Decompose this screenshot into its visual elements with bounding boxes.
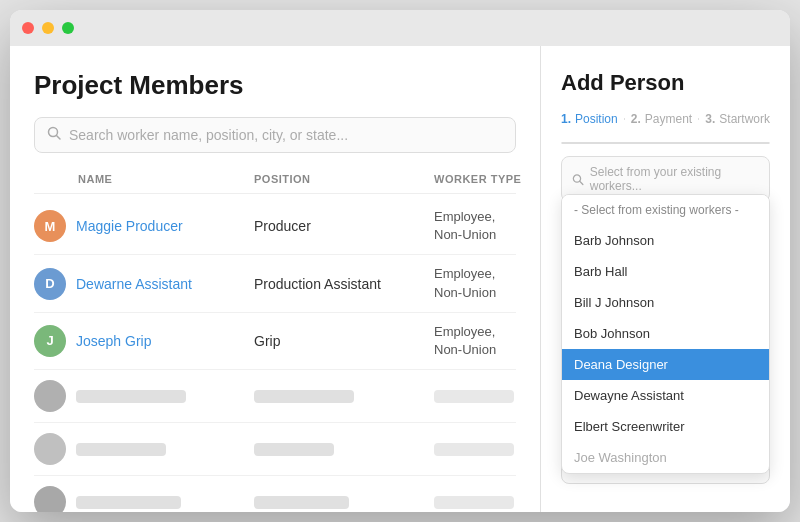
person-name[interactable]: Maggie Producer: [76, 218, 183, 234]
table-body: M Maggie Producer Producer Employee,Non-…: [34, 198, 516, 512]
avatar: M: [34, 210, 66, 242]
step-3-label: Startwork: [719, 112, 770, 126]
search-bar[interactable]: Search worker name, position, city, or s…: [34, 117, 516, 153]
left-panel: Project Members Search worker name, posi…: [10, 46, 540, 512]
table-header: NAME POSITION WORKER TYPE: [34, 173, 516, 194]
position-cell: Production Assistant: [254, 276, 434, 292]
steps-indicator: 1. Position 2. Payment 3. Startwork: [561, 112, 770, 126]
avatar: D: [34, 268, 66, 300]
col-header-name: NAME: [34, 173, 254, 185]
avatar: [34, 486, 66, 512]
step-1-num: 1.: [561, 112, 571, 126]
person-type-tabs: New Person Existing User: [561, 142, 770, 144]
dropdown-header: - Select from existing workers -: [562, 195, 769, 225]
name-cell: [34, 486, 254, 512]
list-item[interactable]: Joe Washington: [562, 442, 769, 473]
step-position: 1. Position: [561, 112, 618, 126]
list-item[interactable]: Dewayne Assistant: [562, 380, 769, 411]
avatar: [34, 433, 66, 465]
worker-search-placeholder: Select from your existing workers...: [590, 165, 759, 193]
minimize-button[interactable]: [42, 22, 54, 34]
name-cell: [34, 380, 254, 412]
worker-type-cell: Employee,Non-Union: [434, 323, 540, 359]
tab-existing-user[interactable]: Existing User: [666, 143, 770, 144]
worker-search-container: Select from your existing workers... - S…: [561, 156, 770, 202]
footer-buttons: Next: Payment Details Cancel: [561, 496, 770, 512]
name-cell: D Dewarne Assistant: [34, 268, 254, 300]
app-window: Project Members Search worker name, posi…: [10, 10, 790, 512]
list-item[interactable]: Bill J Johnson: [562, 287, 769, 318]
title-bar: [10, 10, 790, 46]
close-button[interactable]: [22, 22, 34, 34]
position-cell: Grip: [254, 333, 434, 349]
list-item-selected[interactable]: Deana Designer: [562, 349, 769, 380]
table-row: View: [34, 423, 516, 476]
step-startwork: 3. Startwork: [705, 112, 770, 126]
person-name[interactable]: Dewarne Assistant: [76, 276, 192, 292]
person-name[interactable]: Joseph Grip: [76, 333, 151, 349]
table-row: J Joseph Grip Grip Employee,Non-Union Vi…: [34, 313, 516, 370]
step-payment: 2. Payment: [631, 112, 692, 126]
page-title: Project Members: [34, 70, 516, 101]
avatar: [34, 380, 66, 412]
list-item[interactable]: Bob Johnson: [562, 318, 769, 349]
name-cell: M Maggie Producer: [34, 210, 254, 242]
worker-type-cell: Employee,Non-Union: [434, 265, 540, 301]
right-panel: Add Person 1. Position 2. Payment 3. Sta…: [540, 46, 790, 512]
position-cell: Producer: [254, 218, 434, 234]
tab-new-person[interactable]: New Person: [562, 143, 666, 144]
step-divider-2: [698, 118, 699, 120]
table-row: M Maggie Producer Producer Employee,Non-…: [34, 198, 516, 255]
step-2-label: Payment: [645, 112, 692, 126]
step-divider-1: [624, 118, 625, 120]
table-row: View: [34, 476, 516, 512]
svg-line-3: [580, 181, 583, 184]
step-2-num: 2.: [631, 112, 641, 126]
step-1-label: Position: [575, 112, 618, 126]
search-input-placeholder: Search worker name, position, city, or s…: [69, 127, 348, 143]
worker-type-cell: Employee,Non-Union: [434, 208, 540, 244]
search-icon: [572, 173, 584, 186]
search-icon: [47, 126, 61, 144]
table-row: D Dewarne Assistant Production Assistant…: [34, 255, 516, 312]
name-cell: [34, 433, 254, 465]
list-item[interactable]: Elbert Screenwriter: [562, 411, 769, 442]
worker-dropdown-list[interactable]: - Select from existing workers - Barb Jo…: [561, 194, 770, 474]
step-3-num: 3.: [705, 112, 715, 126]
list-item[interactable]: Barb Hall: [562, 256, 769, 287]
name-cell: J Joseph Grip: [34, 325, 254, 357]
table-row: View: [34, 370, 516, 423]
svg-line-1: [57, 136, 61, 140]
avatar: J: [34, 325, 66, 357]
content-area: Project Members Search worker name, posi…: [10, 46, 790, 512]
maximize-button[interactable]: [62, 22, 74, 34]
col-header-worker-type: WORKER TYPE: [434, 173, 540, 185]
panel-title: Add Person: [561, 70, 770, 96]
list-item[interactable]: Barb Johnson: [562, 225, 769, 256]
col-header-position: POSITION: [254, 173, 434, 185]
